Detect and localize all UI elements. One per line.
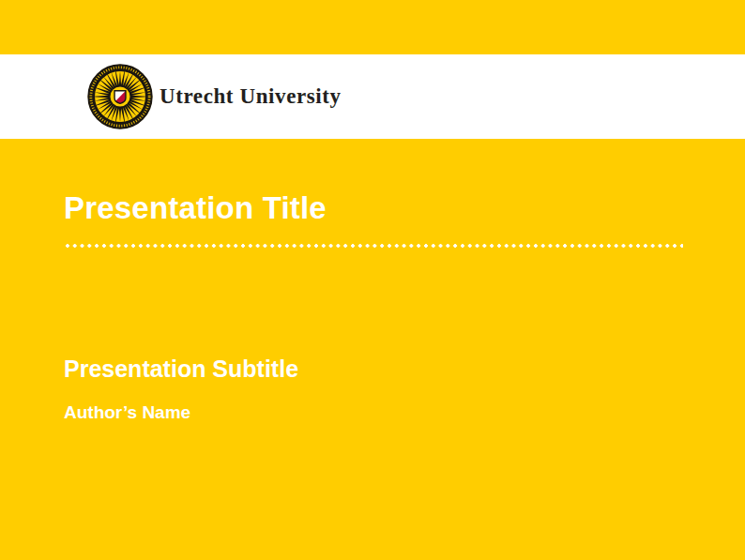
presentation-subtitle: Presentation Subtitle — [64, 354, 298, 384]
university-wordmark: Utrecht University — [160, 54, 342, 139]
author-name: Author’s Name — [64, 401, 190, 425]
utrecht-university-logo — [87, 64, 153, 129]
sun-seal-icon — [87, 64, 153, 129]
dotted-separator — [64, 243, 683, 249]
title-slide: Utrecht University Presentation Title Pr… — [0, 0, 745, 560]
header-band: Utrecht University — [0, 54, 745, 139]
presentation-title: Presentation Title — [64, 189, 327, 227]
